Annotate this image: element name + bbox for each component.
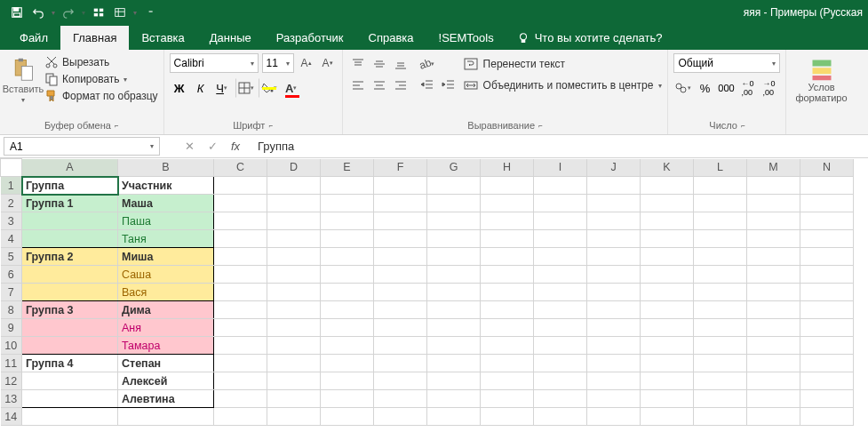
col-header[interactable]: B — [118, 159, 214, 177]
cell[interactable]: Миша — [118, 248, 214, 266]
cell[interactable] — [267, 337, 321, 355]
row-header[interactable]: 1 — [1, 177, 22, 195]
cell[interactable] — [481, 177, 534, 195]
cell[interactable] — [747, 248, 800, 266]
cell[interactable] — [747, 337, 800, 355]
cell[interactable] — [481, 195, 534, 212]
cancel-formula-button[interactable]: ✕ — [178, 137, 201, 156]
cell[interactable] — [587, 212, 641, 230]
accept-formula-button[interactable]: ✓ — [201, 137, 224, 156]
cell[interactable] — [214, 301, 267, 319]
row-header[interactable]: 13 — [1, 390, 22, 408]
cell[interactable] — [587, 372, 641, 390]
cell[interactable] — [800, 195, 854, 212]
cell[interactable] — [427, 390, 481, 408]
cell[interactable] — [534, 230, 587, 248]
cell[interactable]: Вася — [118, 284, 214, 301]
cell[interactable] — [694, 284, 747, 301]
cell[interactable] — [694, 195, 747, 212]
borders-button[interactable]: ▾ — [235, 78, 255, 98]
cell[interactable] — [427, 319, 481, 337]
cell[interactable] — [694, 337, 747, 355]
cell[interactable] — [800, 284, 854, 301]
cell[interactable] — [481, 355, 534, 372]
cell[interactable] — [374, 212, 427, 230]
copy-button[interactable]: Копировать▾ — [44, 72, 158, 86]
cell[interactable]: Алексей — [118, 372, 214, 390]
cell[interactable]: Маша — [118, 195, 214, 212]
merge-center-button[interactable]: Объединить и поместить в центре▾ — [464, 76, 663, 94]
wrap-text-button[interactable]: Перенести текст — [464, 55, 663, 73]
cell[interactable] — [481, 372, 534, 390]
row-header[interactable]: 12 — [1, 372, 22, 390]
align-right-button[interactable] — [391, 76, 410, 94]
cell[interactable] — [587, 230, 641, 248]
increase-decimal-button[interactable]: ←0,00 — [737, 78, 757, 98]
cell[interactable] — [267, 355, 321, 372]
cell[interactable] — [214, 177, 267, 195]
cell[interactable] — [374, 372, 427, 390]
cell[interactable] — [427, 266, 481, 284]
cell[interactable] — [321, 408, 374, 426]
cell[interactable] — [374, 284, 427, 301]
qat-customize-icon[interactable]: ⁼ — [140, 3, 160, 22]
dialog-launcher-icon[interactable]: ⌐ — [115, 122, 119, 130]
cell[interactable] — [321, 372, 374, 390]
cell[interactable] — [267, 372, 321, 390]
cell[interactable] — [22, 337, 118, 355]
cell[interactable] — [267, 248, 321, 266]
italic-button[interactable]: К — [191, 78, 211, 98]
cell[interactable] — [214, 284, 267, 301]
font-size-select[interactable]: 11▾ — [262, 53, 294, 73]
cell[interactable] — [427, 301, 481, 319]
cell[interactable] — [267, 390, 321, 408]
cell[interactable] — [427, 230, 481, 248]
tab-help[interactable]: Справка — [356, 26, 426, 50]
col-header[interactable]: I — [534, 159, 587, 177]
cell[interactable] — [747, 319, 800, 337]
cell[interactable] — [747, 177, 800, 195]
undo-icon[interactable] — [28, 3, 48, 22]
cell[interactable] — [267, 266, 321, 284]
col-header[interactable]: F — [374, 159, 427, 177]
cell[interactable] — [214, 355, 267, 372]
cell[interactable] — [587, 319, 641, 337]
cell[interactable] — [587, 337, 641, 355]
cell[interactable] — [800, 355, 854, 372]
cell[interactable] — [800, 212, 854, 230]
select-all-corner[interactable] — [1, 159, 22, 177]
dialog-launcher-icon[interactable]: ⌐ — [538, 122, 543, 130]
undo-dropdown-icon[interactable]: ▾ — [50, 3, 57, 22]
tab-file[interactable]: Файл — [7, 26, 60, 50]
cell[interactable] — [427, 372, 481, 390]
cell[interactable] — [214, 319, 267, 337]
cell[interactable] — [694, 355, 747, 372]
underline-button[interactable]: Ч▾ — [212, 78, 232, 98]
cell[interactable] — [747, 372, 800, 390]
cell[interactable] — [321, 301, 374, 319]
tell-me-search[interactable]: Что вы хотите сделать? — [506, 26, 673, 50]
cell[interactable] — [641, 319, 694, 337]
cell[interactable] — [427, 248, 481, 266]
cell[interactable] — [22, 372, 118, 390]
cell[interactable]: Группа — [22, 177, 118, 195]
cell[interactable] — [481, 248, 534, 266]
cell[interactable] — [374, 408, 427, 426]
row-header[interactable]: 11 — [1, 355, 22, 372]
align-bottom-button[interactable] — [391, 55, 410, 73]
cell[interactable] — [374, 355, 427, 372]
cell[interactable] — [427, 355, 481, 372]
cell[interactable] — [267, 301, 321, 319]
cell[interactable] — [214, 195, 267, 212]
cell[interactable] — [587, 408, 641, 426]
insert-function-button[interactable]: fx — [224, 137, 247, 156]
orientation-button[interactable]: ab▾ — [418, 55, 437, 73]
decrease-indent-button[interactable] — [418, 76, 437, 94]
row-header[interactable]: 4 — [1, 230, 22, 248]
cell[interactable] — [481, 284, 534, 301]
cell[interactable] — [747, 284, 800, 301]
cell[interactable] — [800, 177, 854, 195]
cell[interactable] — [534, 355, 587, 372]
cell[interactable] — [747, 408, 800, 426]
font-color-button[interactable]: A▾ — [282, 78, 301, 98]
